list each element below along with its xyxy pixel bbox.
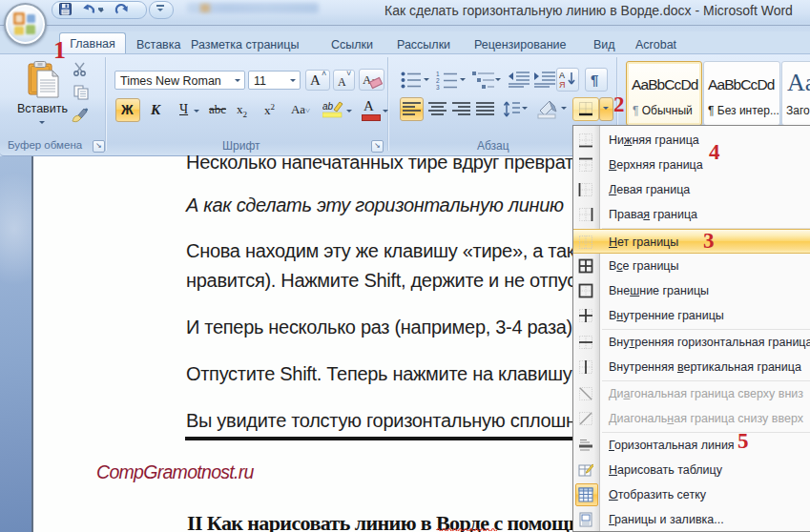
svg-text:ab: ab	[322, 101, 334, 112]
svg-text:1: 1	[436, 71, 440, 77]
svg-text:Я: Я	[559, 80, 566, 89]
svg-text:3: 3	[436, 84, 440, 90]
svg-text:А: А	[559, 71, 565, 80]
svg-text:2: 2	[436, 77, 440, 84]
